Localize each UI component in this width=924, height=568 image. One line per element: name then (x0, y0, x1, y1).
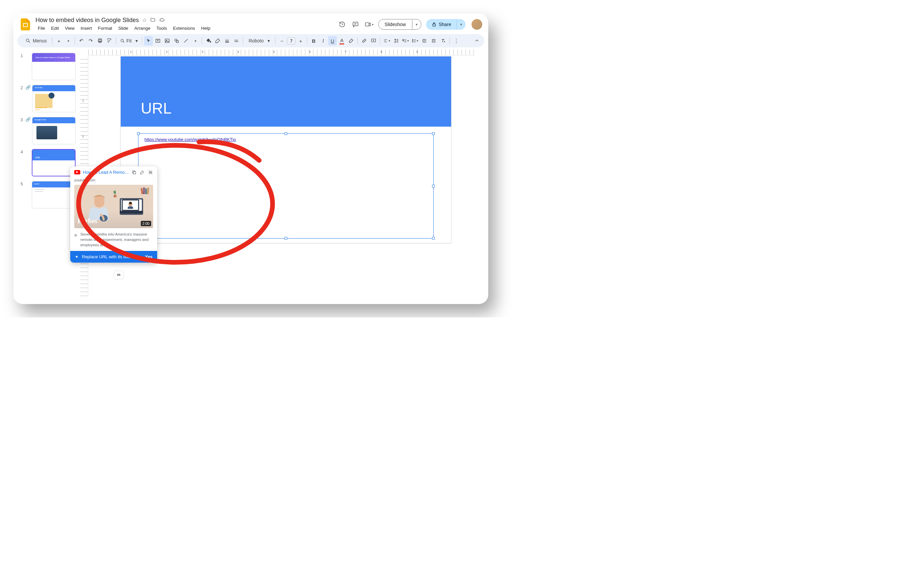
link-card-title[interactable]: How To Lead A Remote Te… (83, 170, 129, 175)
body-textbox[interactable]: https://www.youtube.com/watch?v=IinGfnBK… (138, 133, 434, 239)
resize-handle[interactable] (285, 237, 287, 240)
zoom-control[interactable]: Fit ▾ (118, 38, 140, 44)
link-icon: 🔗 (26, 117, 29, 144)
select-tool[interactable] (144, 36, 153, 45)
resize-handle[interactable] (432, 132, 435, 135)
svg-point-18 (412, 39, 413, 40)
new-slide-dropdown[interactable]: ▾ (64, 36, 73, 45)
edit-link-icon[interactable] (140, 170, 144, 175)
link-preview-card: How To Lead A Remote Te… youtube.com For… (70, 166, 157, 263)
undo-button[interactable]: ↶ (77, 36, 86, 45)
resize-handle[interactable] (137, 132, 140, 135)
numbered-list-button[interactable]: 12▾ (401, 36, 410, 45)
border-dash-button[interactable] (232, 36, 241, 45)
border-color-button[interactable] (214, 36, 222, 45)
slide-thumbnail-5[interactable]: Loom ━━━━━━━━━━━━━━━━━━━━━━━━━━ (32, 181, 76, 208)
action-yes-button[interactable]: Yes (145, 254, 153, 259)
search-menus[interactable]: Menus (22, 37, 50, 45)
slides-logo-icon[interactable] (20, 18, 32, 30)
redo-button[interactable]: ↷ (86, 36, 95, 45)
clear-formatting-button[interactable] (439, 36, 447, 45)
copy-link-icon[interactable] (132, 170, 136, 175)
menu-file[interactable]: File (35, 24, 47, 32)
insert-comment-button[interactable] (369, 36, 378, 45)
slide-thumbnail-3[interactable]: Google Drive (32, 117, 76, 144)
slideshow-button[interactable]: Slideshow (379, 20, 412, 29)
meet-button[interactable]: ▾ (365, 21, 374, 28)
line-dropdown[interactable]: ▾ (191, 36, 200, 45)
slide-canvas[interactable]: URL https://www.youtube.com/watch?v=IinG… (120, 56, 451, 243)
thumb-number: 4 (18, 149, 23, 177)
highlight-button[interactable] (347, 36, 356, 45)
textbox-tool[interactable] (153, 36, 162, 45)
link-card-action-bar: ✦ Replace URL with its title? Yes (70, 251, 157, 263)
resize-handle[interactable] (432, 237, 435, 240)
thumb-number: 2 (18, 85, 23, 112)
menu-insert[interactable]: Insert (78, 24, 94, 32)
share-button[interactable]: Share (426, 19, 456, 30)
menu-view[interactable]: View (62, 24, 77, 32)
underline-button[interactable]: U (328, 36, 337, 45)
document-title[interactable]: How to embed videos in Google Slides (35, 17, 139, 24)
link-card-thumbnail[interactable]: Forbes 2:00 (74, 185, 153, 228)
menu-tools[interactable]: Tools (154, 24, 170, 32)
menu-edit[interactable]: Edit (49, 24, 61, 32)
font-size-increase[interactable]: + (296, 36, 305, 45)
menu-arrange[interactable]: Arrange (132, 24, 153, 32)
border-weight-button[interactable] (223, 36, 232, 45)
font-size-input[interactable]: 7 (287, 38, 295, 44)
svg-rect-2 (353, 22, 358, 26)
increase-indent-button[interactable] (429, 36, 438, 45)
url-link-text[interactable]: https://www.youtube.com/watch?v=IinGfnBK… (144, 137, 236, 142)
menu-help[interactable]: Help (198, 24, 213, 32)
slide-thumbnail-4[interactable]: URL (32, 149, 76, 177)
share-dropdown[interactable]: ▾ (456, 20, 465, 29)
new-slide-button[interactable]: + (55, 36, 63, 45)
sparkle-icon: ✦ (75, 254, 79, 259)
align-button[interactable]: ▾ (382, 36, 391, 45)
print-button[interactable] (95, 36, 105, 45)
italic-button[interactable]: I (319, 36, 327, 45)
publisher-logo: Forbes (77, 217, 97, 225)
slide-title[interactable]: URL (141, 99, 171, 117)
comments-icon[interactable] (351, 20, 360, 29)
decrease-indent-button[interactable] (420, 36, 429, 45)
svg-rect-25 (145, 189, 147, 194)
bold-button[interactable]: B (309, 36, 318, 45)
svg-rect-26 (147, 188, 149, 194)
slideshow-dropdown[interactable]: ▾ (412, 20, 421, 29)
menu-extensions[interactable]: Extensions (171, 24, 197, 32)
fill-color-button[interactable] (204, 36, 213, 45)
line-spacing-button[interactable] (392, 36, 401, 45)
line-tool[interactable] (182, 36, 190, 45)
move-folder-icon[interactable] (150, 17, 156, 23)
menu-slide[interactable]: Slide (116, 24, 131, 32)
slide-thumbnail-2[interactable]: YouTube Get Started withLoom (32, 85, 76, 112)
more-options-button[interactable]: ⋮ (452, 36, 460, 45)
cloud-status-icon[interactable] (159, 17, 165, 23)
svg-point-20 (412, 42, 413, 42)
star-icon[interactable]: ☆ (142, 17, 147, 23)
history-icon[interactable] (338, 20, 347, 29)
svg-rect-1 (24, 24, 27, 26)
insert-link-button[interactable] (360, 36, 368, 45)
shape-tool[interactable] (172, 36, 181, 45)
resize-handle[interactable] (432, 185, 435, 187)
svg-point-5 (26, 39, 29, 42)
menu-format[interactable]: Format (95, 24, 115, 32)
svg-rect-11 (165, 39, 169, 43)
font-size-decrease[interactable]: − (277, 36, 286, 45)
image-tool[interactable] (163, 36, 171, 45)
speaker-notes-toggle[interactable] (114, 270, 124, 279)
resize-handle[interactable] (285, 132, 287, 135)
remove-link-icon[interactable] (148, 170, 153, 175)
menu-bar: File Edit View Insert Format Slide Arran… (35, 24, 334, 32)
text-color-button[interactable]: A (338, 36, 346, 45)
account-avatar[interactable] (471, 19, 482, 30)
paint-format-button[interactable] (105, 36, 114, 45)
slide-thumbnail-1[interactable]: How to embed videos in Google Slides (32, 53, 76, 80)
slideshow-button-group: Slideshow ▾ (378, 19, 421, 30)
collapse-toolbar-button[interactable] (474, 38, 480, 44)
font-selector[interactable]: Roboto ▾ (245, 38, 273, 44)
bulleted-list-button[interactable]: ▾ (410, 36, 420, 45)
